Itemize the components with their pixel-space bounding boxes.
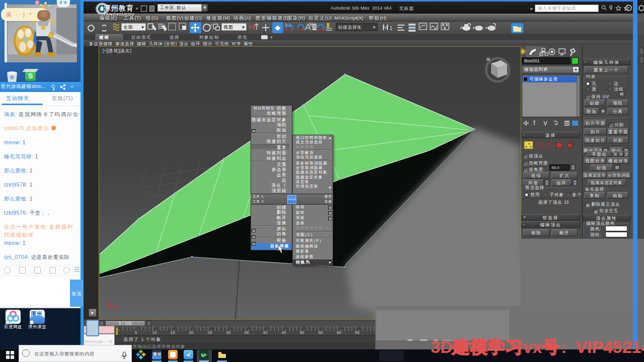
svg-text:1: 1 (389, 25, 392, 31)
svg-text:视图: 视图 (223, 25, 233, 30)
svg-text:创建选择集: 创建选择集 (338, 25, 362, 30)
svg-text:全部: 全部 (123, 25, 133, 30)
